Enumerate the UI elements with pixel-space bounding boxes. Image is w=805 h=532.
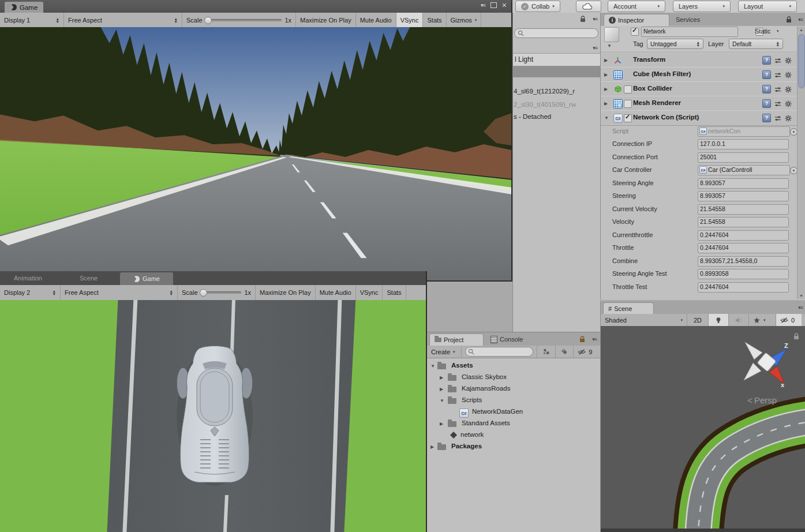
help-icon[interactable] (762, 99, 771, 108)
layer-dropdown[interactable]: Default (729, 39, 783, 49)
field-value[interactable]: 21.54558 (698, 217, 789, 227)
vsync-button[interactable]: VSync (356, 285, 383, 300)
field-value[interactable]: Car (CarControll (698, 165, 790, 175)
create-button[interactable]: Create ▾ (427, 346, 462, 358)
static-dropdown-icon[interactable]: ▾ (777, 29, 779, 33)
slider-knob[interactable] (204, 17, 212, 24)
field-value[interactable]: 0.8993058 (698, 269, 789, 279)
field-value[interactable]: 0.2447604 (698, 230, 789, 241)
panel-menu-icon[interactable]: ▾≡ (593, 16, 597, 22)
maximize-icon[interactable] (491, 2, 497, 8)
layers-dropdown[interactable]: Layers ▾ (673, 1, 731, 12)
hierarchy-item[interactable]: s - Detached (514, 113, 551, 120)
field-value[interactable]: 8.993057,21.54558,0 (698, 256, 789, 267)
component-mesh-filter[interactable]: ▶ Cube (Mesh Filter) (601, 67, 797, 83)
game1-viewport[interactable] (0, 27, 511, 280)
field-value[interactable]: 21.54558 (698, 204, 789, 215)
tab-game[interactable]: Game (120, 272, 173, 285)
field-value[interactable]: networkCon (698, 126, 790, 137)
foldout-icon[interactable]: ▶ (440, 375, 443, 380)
foldout-icon[interactable]: ▶ (604, 58, 608, 63)
lock-icon[interactable] (579, 336, 585, 343)
panel-menu-icon[interactable]: ▾≡ (798, 17, 803, 23)
component-enabled-checkbox[interactable] (624, 100, 632, 108)
tab-inspector[interactable]: Inspector (604, 14, 669, 26)
component-enabled-checkbox[interactable] (624, 114, 632, 122)
display-select[interactable]: Display 2 (0, 285, 61, 300)
active-checkbox[interactable] (631, 28, 639, 36)
preset-icon[interactable] (774, 57, 781, 64)
tab-project[interactable]: Project (429, 334, 484, 346)
gear-icon[interactable] (785, 72, 792, 78)
2d-toggle-button[interactable]: 2D (687, 314, 709, 326)
scene-hidden-count-button[interactable]: 0 (776, 314, 802, 326)
foldout-icon[interactable]: ▶ (440, 421, 443, 426)
help-icon[interactable] (762, 114, 771, 122)
persp-label[interactable]: Persp (754, 395, 777, 405)
object-name-field[interactable]: Network (641, 27, 738, 37)
tree-item-assets[interactable]: ▼ Assets (427, 361, 599, 372)
component-enabled-checkbox[interactable] (624, 85, 632, 93)
scroll-down-icon[interactable]: ▼ (799, 294, 803, 298)
display-select[interactable]: Display 1 (0, 13, 64, 27)
preset-icon[interactable] (774, 115, 781, 122)
hierarchy-item-light[interactable]: l Light (513, 53, 601, 66)
scene-audio-button[interactable] (729, 314, 749, 326)
panel-menu-icon[interactable]: ▾≡ (592, 336, 597, 342)
vsync-button[interactable]: VSync (396, 13, 424, 27)
component-mesh-renderer[interactable]: ▶ Mesh Renderer (601, 96, 797, 111)
foldout-icon[interactable]: ▶ (604, 101, 608, 106)
component-transform[interactable]: ▶ Transform (601, 53, 797, 68)
foldout-icon[interactable]: ▼ (440, 398, 444, 403)
field-value[interactable]: 127.0.0.1 (698, 139, 789, 149)
project-hidden-count-button[interactable]: 9 (574, 346, 600, 358)
preset-icon[interactable] (774, 100, 781, 107)
lock-icon[interactable] (786, 16, 792, 23)
scene-viewport[interactable]: Z x < Persp (601, 326, 805, 532)
foldout-icon[interactable]: ▼ (430, 364, 435, 369)
foldout-icon[interactable]: ▶ (604, 72, 608, 77)
hierarchy-item[interactable]: 2_sl30_t(401509)_rw (514, 101, 576, 108)
tag-dropdown[interactable]: Untagged (647, 39, 703, 49)
scene-effects-dropdown[interactable]: ▾ (749, 314, 776, 326)
lock-icon[interactable] (580, 16, 586, 23)
component-box-collider[interactable]: ▶ Box Collider (601, 81, 797, 97)
field-value[interactable]: 8.993057 (698, 178, 789, 189)
search-by-type-button[interactable] (537, 346, 556, 358)
close-icon[interactable]: × (502, 2, 507, 8)
field-value[interactable]: 25001 (698, 152, 789, 163)
component-network-con[interactable]: ▼ Network Con (Script) (601, 110, 797, 126)
gizmo-x-label[interactable]: x (781, 381, 785, 388)
foldout-icon[interactable]: ▶ (440, 387, 443, 392)
tab-services[interactable]: Services (671, 14, 705, 25)
field-value[interactable]: 0.2447604 (698, 243, 789, 253)
hierarchy-selected-row[interactable] (513, 66, 601, 77)
scene-lighting-button[interactable] (709, 314, 729, 326)
gizmos-dropdown[interactable]: Gizmos▾ (447, 13, 482, 27)
mute-audio-button[interactable]: Mute Audio (316, 285, 356, 300)
game2-viewport[interactable] (0, 300, 426, 532)
scrollbar-thumb[interactable] (798, 34, 805, 88)
stats-button[interactable]: Stats (423, 13, 446, 27)
project-search-input[interactable] (465, 347, 533, 357)
tab-game[interactable]: Game (5, 2, 43, 13)
shading-mode-dropdown[interactable]: Shaded ▾ (601, 314, 687, 326)
account-dropdown[interactable]: Account ▾ (608, 1, 665, 12)
tree-item-kajamansroads[interactable]: ▶ KajamansRoads (427, 384, 599, 395)
gear-icon[interactable] (785, 57, 792, 64)
foldout-icon[interactable]: ▼ (607, 43, 612, 48)
tree-item-network-scene[interactable]: network (427, 430, 599, 441)
maximize-on-play-button[interactable]: Maximize On Play (296, 13, 356, 27)
hierarchy-item[interactable]: 4_sl69_t(1212029)_r (514, 88, 575, 95)
game1-titlebar[interactable]: Game ▾≡ × (0, 0, 511, 13)
scale-slider[interactable] (201, 291, 242, 294)
gizmo-z-label[interactable]: Z (784, 342, 788, 349)
stats-button[interactable]: Stats (383, 285, 406, 300)
foldout-icon[interactable]: ▶ (430, 444, 434, 449)
hierarchy-search-input[interactable] (514, 28, 598, 38)
tab-animation[interactable]: Animation (14, 275, 42, 282)
aspect-select[interactable]: Free Aspect (64, 13, 182, 27)
gear-icon[interactable] (785, 100, 792, 107)
inspector-scrollbar[interactable]: ▲ ▼ (797, 27, 805, 299)
panel-menu-icon[interactable]: ▾≡ (798, 305, 803, 310)
